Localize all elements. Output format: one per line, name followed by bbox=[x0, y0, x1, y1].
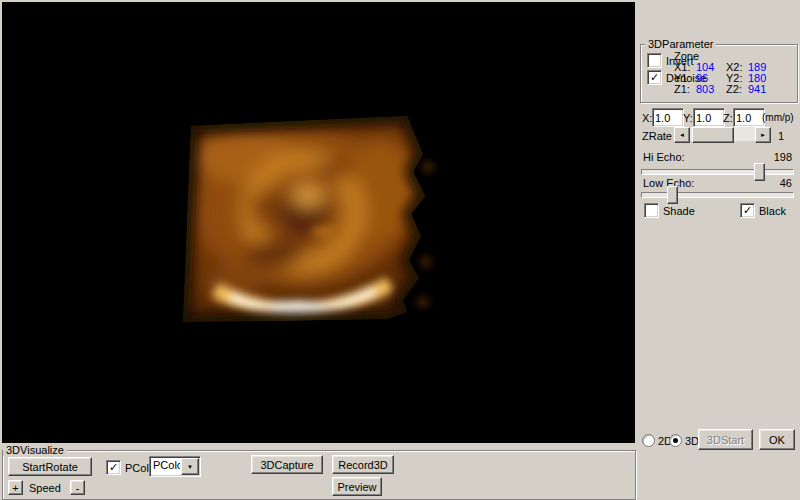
ok-button[interactable]: OK bbox=[759, 429, 795, 450]
ultrasound-render bbox=[175, 112, 439, 330]
preview-button[interactable]: Preview bbox=[332, 477, 382, 496]
hi-echo-slider-thumb[interactable] bbox=[754, 163, 765, 181]
radio-2d[interactable] bbox=[642, 434, 655, 447]
radio-3d-label: 3D bbox=[685, 435, 699, 447]
dropdown-arrow-icon: ▼ bbox=[187, 464, 193, 470]
start-rotate-button[interactable]: StartRotate bbox=[8, 457, 92, 476]
invert-checkbox[interactable] bbox=[647, 53, 662, 68]
scroll-left-icon: ◄ bbox=[679, 132, 685, 138]
scale-unit-label: (mm/p) bbox=[762, 112, 794, 124]
scale-y-label: Y: bbox=[683, 112, 693, 124]
zone-z2-value: 941 bbox=[748, 84, 778, 95]
scale-x-field[interactable] bbox=[652, 108, 684, 127]
zrate-scroll-track[interactable] bbox=[690, 127, 755, 141]
scale-z-field[interactable] bbox=[733, 108, 765, 127]
parameter-panel: 3DParameter Invert Denoise Zone X1: 104 … bbox=[637, 0, 800, 500]
app-window: 3DParameter Invert Denoise Zone X1: 104 … bbox=[0, 0, 800, 500]
zone-values: X1: 104 X2: 189 Y1: 96 Y2: 180 Z1: 803 Z… bbox=[674, 62, 778, 95]
shade-row: Shade bbox=[644, 203, 695, 218]
hi-echo-value: 198 bbox=[774, 151, 792, 163]
zrate-label: ZRate bbox=[642, 130, 672, 142]
record3d-button[interactable]: Record3D bbox=[332, 455, 394, 474]
zrate-scroll-right-button[interactable]: ► bbox=[755, 127, 771, 143]
pcolor-dropdown-value: PColor bbox=[150, 457, 180, 476]
radio-3d-row: 3D bbox=[669, 434, 699, 447]
hi-echo-label: Hi Echo: bbox=[643, 151, 685, 163]
pcolor-checkbox[interactable] bbox=[106, 460, 121, 475]
render-canvas[interactable] bbox=[2, 2, 635, 443]
visualize-bar: 3DVisualize StartRotate + Speed - PColor… bbox=[0, 443, 637, 500]
scale-y-field[interactable] bbox=[693, 108, 725, 127]
parameter-group: 3DParameter Invert Denoise Zone X1: 104 … bbox=[640, 44, 798, 103]
3dcapture-button[interactable]: 3DCapture bbox=[251, 455, 323, 474]
low-echo-slider[interactable] bbox=[641, 186, 794, 202]
scroll-right-icon: ► bbox=[760, 132, 766, 138]
radio-2d-row: 2D bbox=[642, 434, 672, 447]
pcolor-dropdown-button[interactable]: ▼ bbox=[181, 458, 199, 475]
denoise-checkbox[interactable] bbox=[647, 70, 662, 85]
zrate-scrollbar: ◄ ► bbox=[674, 127, 771, 141]
parameter-group-title: 3DParameter bbox=[645, 38, 716, 50]
low-echo-slider-thumb[interactable] bbox=[667, 186, 678, 204]
zrate-scroll-thumb[interactable] bbox=[692, 127, 734, 143]
low-echo-slider-track[interactable] bbox=[641, 192, 794, 198]
shade-checkbox[interactable] bbox=[644, 203, 659, 218]
shade-label: Shade bbox=[663, 205, 695, 217]
visualize-group-title: 3DVisualize bbox=[3, 444, 67, 456]
3dstart-button[interactable]: 3DStart bbox=[698, 429, 753, 450]
speed-plus-button[interactable]: + bbox=[8, 480, 23, 495]
hi-echo-slider-track[interactable] bbox=[641, 169, 794, 175]
speed-minus-button[interactable]: - bbox=[70, 480, 85, 495]
radio-3d[interactable] bbox=[669, 434, 682, 447]
scale-x-label: X: bbox=[642, 112, 652, 124]
zone-z1-label: Z1: bbox=[674, 84, 696, 95]
zone-z1-value: 803 bbox=[696, 84, 726, 95]
black-label: Black bbox=[759, 205, 786, 217]
pcolor-dropdown[interactable]: PColor ▼ bbox=[149, 456, 201, 477]
zrate-value: 1 bbox=[778, 130, 784, 142]
scale-z-label: Z: bbox=[723, 112, 733, 124]
zone-z2-label: Z2: bbox=[726, 84, 748, 95]
zone-row-z: Z1: 803 Z2: 941 bbox=[674, 84, 778, 95]
black-row: Black bbox=[740, 203, 786, 218]
zrate-scroll-left-button[interactable]: ◄ bbox=[674, 127, 690, 143]
black-checkbox[interactable] bbox=[740, 203, 755, 218]
speed-label: Speed bbox=[29, 482, 61, 494]
